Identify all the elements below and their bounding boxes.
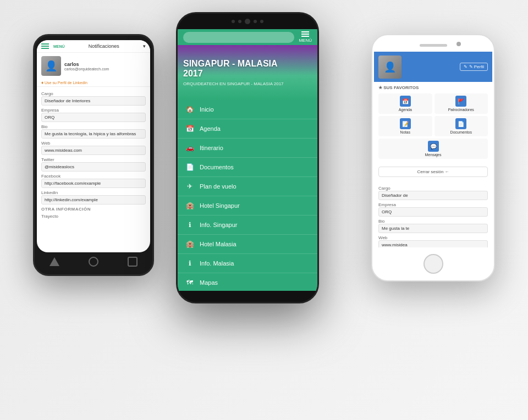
menu-item-hotel-malasia[interactable]: 🏨Hotel Malasia: [178, 235, 317, 254]
notch-bar: [178, 14, 317, 29]
sensor-4: [260, 20, 263, 23]
avatar-right: 👤: [378, 56, 402, 79]
bio-input-right[interactable]: Me gusta la te: [378, 224, 488, 233]
fav-item-notas[interactable]: 📝Notas: [378, 116, 432, 136]
profile-name-left: carlos: [64, 62, 109, 67]
banner-title-line1: SINGAPUR - MALASIA: [183, 59, 284, 69]
menu-item-agenda[interactable]: 📅Agenda: [178, 119, 317, 139]
dropdown-arrow-left[interactable]: ▾: [143, 43, 146, 49]
edit-icon: ✎: [464, 64, 468, 69]
home-icon[interactable]: [89, 257, 98, 267]
edit-profile-button[interactable]: ✎ ✎ Perfil: [460, 63, 488, 71]
banner-title-line2: 2017: [183, 69, 284, 79]
sensor-2: [238, 20, 241, 23]
menu-item-text-0: Inicio: [200, 106, 214, 113]
cargo-label-left: Cargo: [41, 91, 146, 96]
cargo-input-left[interactable]: Diseñador de Interiores: [41, 96, 146, 106]
favorites-grid: 📅Agenda🚩Patrocinadores📝Notas📄Documentos: [378, 93, 488, 136]
phone-left: MENÚ Notificaciones ▾ 👤 carlos carlos@or…: [33, 34, 154, 276]
notch-sensors: [232, 19, 263, 24]
web-label-right: Web: [378, 235, 488, 240]
fav-icon-0: 📅: [400, 96, 411, 107]
cerrar-sesion-button[interactable]: Cerrar sesión ←: [378, 167, 488, 177]
phone-left-screen: MENÚ Notificaciones ▾ 👤 carlos carlos@or…: [37, 40, 150, 252]
menu-item-hotel-singapur[interactable]: 🏨Hotel Singapur: [178, 196, 317, 215]
search-bar[interactable]: [183, 32, 294, 43]
mensajes-item[interactable]: 💬 Mensajes: [378, 139, 488, 159]
menu-item-icon-0: 🏠: [185, 105, 194, 114]
fav-item-patrocinadores[interactable]: 🚩Patrocinadores: [435, 93, 488, 114]
center-banner: SINGAPUR - MALASIA 2017 ORQUIDEATECH EN …: [178, 45, 317, 100]
fav-item-documentos[interactable]: 📄Documentos: [435, 116, 488, 136]
profile-email-left: carlos@orquideatech.com: [64, 67, 109, 71]
back-icon[interactable]: [50, 257, 59, 266]
home-button[interactable]: [424, 254, 443, 274]
left-profile: 👤 carlos carlos@orquideatech.com: [37, 53, 150, 79]
fav-text-0: Agenda: [399, 108, 412, 112]
menu-item-text-7: Hotel Malasia: [200, 241, 237, 247]
menu-item-info.-singapur[interactable]: ℹInfo. Singapur: [178, 215, 317, 235]
fav-item-agenda[interactable]: 📅Agenda: [378, 93, 432, 114]
speaker: [420, 44, 447, 47]
left-header: MENÚ Notificaciones ▾: [37, 40, 150, 53]
menu-item-icon-1: 📅: [185, 124, 194, 133]
menu-item-text-2: Itinerario: [200, 145, 223, 151]
favorites-title: ★ SUS FAVORITOS: [378, 85, 488, 90]
mensajes-icon: 💬: [428, 141, 439, 152]
menu-item-icon-7: 🏨: [185, 240, 194, 248]
profile-info-left: carlos carlos@orquideatech.com: [64, 62, 109, 71]
menu-item-icon-3: 📄: [185, 163, 194, 172]
phone-center-screen: MENÚ SINGAPUR - MALASIA 2017 ORQUIDEATEC…: [178, 29, 317, 291]
menu-item-text-1: Agenda: [200, 125, 221, 132]
cargo-input-right[interactable]: Diseñador de: [378, 191, 488, 200]
menu-item-plan-de-vuelo[interactable]: ✈Plan de vuelo: [178, 177, 317, 196]
notifications-title: Notificaciones: [69, 43, 139, 49]
empresa-input-right[interactable]: ORQ: [378, 207, 488, 217]
menu-item-text-9: Mapas: [200, 279, 218, 286]
right-header-section: 👤 ✎ ✎ Perfil: [374, 52, 492, 82]
menu-item-itinerario[interactable]: 🚗Itinerario: [178, 139, 317, 158]
menu-item-icon-2: 🚗: [185, 143, 194, 152]
menu-item-info.-malasia[interactable]: ℹInfo. Malasia: [178, 254, 317, 273]
menu-item-icon-9: 🗺: [185, 278, 194, 287]
menu-icon-center[interactable]: [301, 31, 309, 37]
menu-item-mapas[interactable]: 🗺Mapas: [178, 273, 317, 291]
web-input-right[interactable]: www.misidea: [378, 240, 488, 247]
favorites-section: ★ SUS FAVORITOS 📅Agenda🚩Patrocinadores📝N…: [374, 82, 492, 162]
mensajes-label: Mensajes: [425, 153, 442, 157]
menu-items: 🏠Inicio📅Agenda🚗Itinerario📄Documentos✈Pla…: [178, 100, 317, 291]
linkedin-input-left[interactable]: http://linkedin.com/example: [41, 195, 146, 205]
empresa-label-right: Empresa: [378, 202, 488, 207]
avatar-left: 👤: [41, 56, 61, 76]
web-label-left: Web: [41, 141, 146, 146]
menu-item-icon-4: ✈: [185, 182, 194, 191]
menu-item-text-4: Plan de vuelo: [200, 183, 237, 190]
linkedin-link[interactable]: ♦ Use su Perfil de LinkedIn: [37, 79, 150, 87]
menu-item-documentos[interactable]: 📄Documentos: [178, 158, 317, 177]
hamburger-icon[interactable]: [41, 43, 49, 49]
facebook-input-left[interactable]: http://facebook.com/example: [41, 179, 146, 188]
menu-item-inicio[interactable]: 🏠Inicio: [178, 100, 317, 119]
menu-item-text-8: Info. Malasia: [200, 260, 234, 267]
empresa-input-left[interactable]: ORQ: [41, 113, 146, 122]
banner-subtitle: ORQUIDEATECH EN SINGAPUR - MALASIA 2017: [183, 81, 284, 86]
web-input-left[interactable]: www.misideas.com: [41, 146, 146, 155]
phone-right: 👤 ✎ ✎ Perfil ★ SUS FAVORITOS 📅Agenda🚩Pat…: [371, 34, 495, 281]
linkedin-label-left: LinkedIn: [41, 190, 146, 195]
fav-text-2: Notas: [400, 130, 410, 134]
menu-item-icon-8: ℹ: [185, 259, 194, 268]
fav-icon-3: 📄: [455, 118, 466, 129]
phone-right-screen: 👤 ✎ ✎ Perfil ★ SUS FAVORITOS 📅Agenda🚩Pat…: [374, 52, 492, 247]
sensor-3: [254, 20, 257, 23]
empresa-label-left: Empresa: [41, 108, 146, 113]
edit-label: ✎ Perfil: [469, 64, 484, 69]
menu-item-icon-6: ℹ: [185, 220, 194, 229]
menu-item-icon-5: 🏨: [185, 201, 194, 210]
bottom-nav-left: [35, 252, 152, 271]
center-top-bar: MENÚ: [178, 29, 317, 45]
bio-input-left[interactable]: Me gusta la tecnlogía, la hípica y las a…: [41, 129, 146, 139]
menu-item-text-6: Info. Singapur: [200, 222, 238, 228]
bio-label-left: Bio: [41, 124, 146, 129]
recents-icon[interactable]: [128, 257, 138, 267]
twitter-input-left[interactable]: @misideaslocs: [41, 162, 146, 172]
